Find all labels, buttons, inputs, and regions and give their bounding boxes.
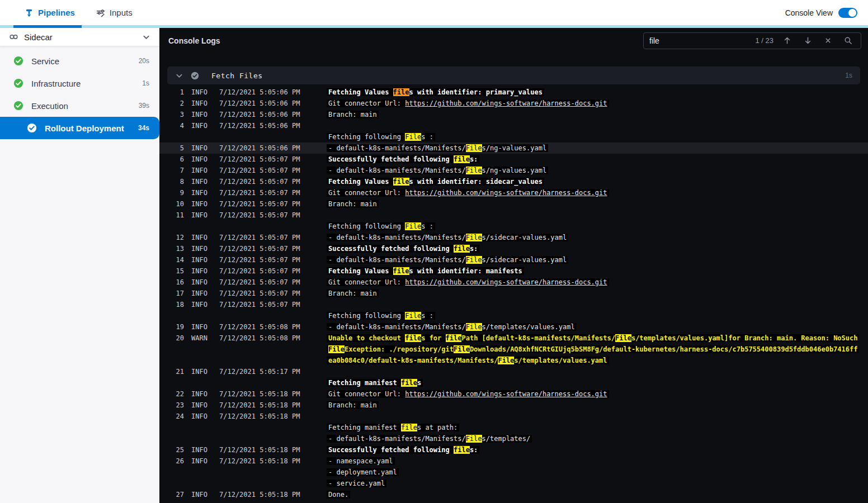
sidebar-item-execution[interactable]: Execution39s <box>0 94 159 117</box>
chevron-down-icon[interactable] <box>142 33 150 41</box>
line-number[interactable]: 2 <box>167 98 184 109</box>
log-timestamp: 7/12/2021 5:05:07 PM <box>219 299 304 310</box>
log-message-text: Fetching manifest files <box>327 379 423 387</box>
log-line: Fetching following Files : <box>159 221 868 232</box>
log-level: INFO <box>191 154 211 165</box>
log-timestamp: 7/12/2021 5:05:08 PM <box>219 321 304 333</box>
line-number[interactable]: 6 <box>167 154 184 165</box>
log-message: Branch: main <box>327 400 860 411</box>
search-input[interactable] <box>649 36 748 45</box>
line-number[interactable]: 1 <box>167 87 184 98</box>
log-message: Git connector Url: https://github.com/wi… <box>327 277 860 288</box>
line-number[interactable]: 26 <box>167 455 184 467</box>
line-number[interactable]: 25 <box>167 444 184 455</box>
log-line: 3INFO7/12/2021 5:05:06 PMBranch: main <box>159 109 868 120</box>
search-match: File <box>466 144 482 152</box>
log-line: 11INFO7/12/2021 5:05:07 PM <box>159 210 868 221</box>
log-message: Branch: main <box>327 288 860 299</box>
sidebar-item-rollout-deployment[interactable]: Rollout Deployment34s <box>0 117 159 139</box>
line-number[interactable]: 21 <box>167 366 184 377</box>
log-timestamp: 7/12/2021 5:05:07 PM <box>219 154 304 165</box>
search-match: File <box>466 323 482 331</box>
log-message: Fetching Values files with identifier: m… <box>327 265 860 277</box>
log-timestamp: 7/12/2021 5:05:07 PM <box>219 277 304 288</box>
line-number[interactable]: 15 <box>167 265 184 277</box>
log-line: Fetching following Files : <box>159 131 868 143</box>
line-number[interactable]: 12 <box>167 232 184 243</box>
line-number[interactable]: 18 <box>167 299 184 310</box>
log-message: Git connector Url: https://github.com/wi… <box>327 187 860 198</box>
line-number[interactable]: 20 <box>167 333 184 344</box>
line-number[interactable]: 19 <box>167 321 184 333</box>
search-match: File <box>405 312 421 320</box>
log-message-text: - default-k8s-manifests/Manifests/Files/… <box>327 167 548 174</box>
line-number[interactable]: 27 <box>167 489 184 500</box>
log-timestamp: 7/12/2021 5:05:17 PM <box>219 366 304 377</box>
line-number[interactable]: 24 <box>167 411 184 422</box>
log-section-duration: 1s <box>845 72 852 79</box>
line-number[interactable]: 16 <box>167 277 184 288</box>
log-message-text: Fetching following Files : <box>327 222 435 230</box>
log-link[interactable]: https://github.com/wings-software/harnes… <box>405 278 607 286</box>
log-line: 18INFO7/12/2021 5:05:07 PM <box>159 299 868 310</box>
log-level: INFO <box>191 109 211 120</box>
log-level: INFO <box>191 165 211 176</box>
log-line: 12INFO7/12/2021 5:05:07 PM- default-k8s-… <box>159 232 868 243</box>
line-number[interactable]: 3 <box>167 109 184 120</box>
log-message-text: Fetching Values files with identifier: p… <box>327 88 544 96</box>
log-timestamp: 7/12/2021 5:05:18 PM <box>219 400 304 411</box>
line-number[interactable]: 13 <box>167 243 184 254</box>
line-number[interactable]: 22 <box>167 388 184 400</box>
sidebar-item-infrastructure[interactable]: Infrastructure1s <box>0 72 159 94</box>
console-view-label: Console View <box>785 8 833 17</box>
search-match: File <box>466 167 482 174</box>
line-number[interactable]: 17 <box>167 288 184 299</box>
log-message-text: Git connector Url: https://github.com/wi… <box>327 390 609 398</box>
line-number[interactable]: 7 <box>167 165 184 176</box>
log-timestamp: 7/12/2021 5:05:06 PM <box>219 143 304 154</box>
line-number[interactable]: 14 <box>167 254 184 265</box>
close-icon[interactable] <box>822 37 834 44</box>
console-view-toggle[interactable] <box>838 8 857 18</box>
log-level: INFO <box>191 176 211 187</box>
search-match: file <box>393 178 409 186</box>
log-line: Fetching manifest files at path: <box>159 422 868 433</box>
line-number[interactable]: 10 <box>167 198 184 210</box>
log-link[interactable]: https://github.com/wings-software/harnes… <box>405 99 607 107</box>
chevron-down-icon[interactable] <box>175 72 183 80</box>
log-message: Git connector Url: https://github.com/wi… <box>327 98 860 109</box>
search-match: file <box>446 334 462 342</box>
log-link[interactable]: https://github.com/wings-software/harnes… <box>405 189 607 197</box>
line-number[interactable]: 4 <box>167 120 184 131</box>
log-timestamp: 7/12/2021 5:05:06 PM <box>219 120 304 131</box>
line-number[interactable]: 23 <box>167 400 184 411</box>
sidebar-item-service[interactable]: Service20s <box>0 50 159 72</box>
log-line: 4INFO7/12/2021 5:05:06 PM <box>159 120 868 131</box>
log-message: Successfully fetched following files: <box>327 444 860 455</box>
log-message: Branch: main <box>327 198 860 210</box>
log-message-text: Branch: main <box>327 401 379 409</box>
log-line: 8INFO7/12/2021 5:05:07 PMFetching Values… <box>159 176 868 187</box>
log-link[interactable]: https://github.com/wings-software/harnes… <box>405 390 607 398</box>
tab-pipelines[interactable]: Pipelines <box>25 8 75 17</box>
arrow-up-icon[interactable] <box>780 36 794 45</box>
step-duration: 34s <box>138 124 149 132</box>
console-header: Console Logs 1 / 23 <box>159 28 868 53</box>
log-level: INFO <box>191 243 211 254</box>
log-line: 25INFO7/12/2021 5:05:18 PMSuccessfully f… <box>159 444 868 455</box>
log-timestamp: 7/12/2021 5:05:18 PM <box>219 455 304 467</box>
link-icon <box>9 33 18 41</box>
line-number[interactable]: 8 <box>167 176 184 187</box>
search-icon[interactable] <box>841 36 855 45</box>
log-message-text: - default-k8s-manifests/Manifests/Files/… <box>327 435 532 443</box>
line-number[interactable]: 5 <box>167 143 184 154</box>
log-section-header[interactable]: Fetch Files 1s <box>167 67 860 84</box>
tab-inputs[interactable]: Inputs <box>96 8 133 17</box>
arrow-down-icon[interactable] <box>801 36 815 45</box>
line-number[interactable]: 11 <box>167 210 184 221</box>
log-message: Fetching Values files with identifier: p… <box>327 87 860 98</box>
stage-header[interactable]: Sidecar <box>0 28 159 46</box>
log-level: INFO <box>191 277 211 288</box>
line-number[interactable]: 9 <box>167 187 184 198</box>
topbar: PipelinesInputs Console View <box>0 0 868 25</box>
